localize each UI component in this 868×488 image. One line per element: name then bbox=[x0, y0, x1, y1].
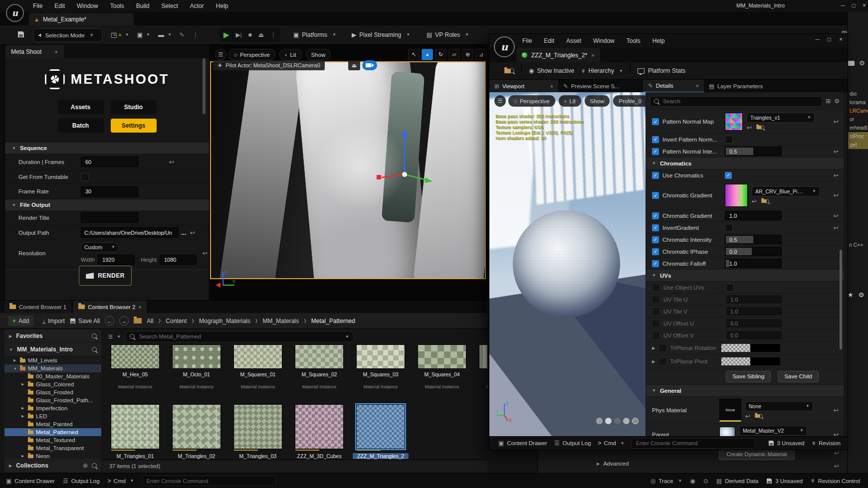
breadcrumb-metal_patterned[interactable]: Metal_Patterned bbox=[311, 318, 355, 325]
stop-button[interactable]: ■ bbox=[248, 31, 251, 38]
asset-select-dropdown[interactable]: None▼ bbox=[745, 401, 813, 411]
search-dropdown-icon[interactable]: ▼ bbox=[345, 334, 349, 339]
turntable-checkbox[interactable] bbox=[81, 173, 89, 181]
resolution-reset-icon[interactable]: ↩ bbox=[203, 250, 208, 257]
asset-thumbnail[interactable] bbox=[725, 184, 748, 207]
value-slider[interactable]: 1.0 bbox=[726, 307, 783, 316]
vector-value[interactable] bbox=[721, 357, 780, 365]
material-maximize-button[interactable]: □ bbox=[828, 36, 831, 43]
param-checkbox[interactable]: ✓ bbox=[652, 248, 659, 255]
viewport-pill-perspective[interactable]: ◇Perspective bbox=[228, 49, 275, 60]
param-checkbox[interactable] bbox=[652, 320, 660, 327]
param-checkbox[interactable]: ✓ bbox=[652, 192, 659, 199]
asset-search-input[interactable] bbox=[138, 333, 342, 340]
value-slider[interactable]: 1.0 bbox=[725, 259, 782, 268]
breadcrumb-mm_materals[interactable]: MM_Materals bbox=[262, 318, 299, 325]
play-button[interactable]: ▶ bbox=[223, 30, 229, 39]
preview-pill-profile-0[interactable]: Profile_0▼ bbox=[613, 95, 646, 107]
material-cmd-dropdown[interactable]: >Cmd▼ bbox=[598, 440, 625, 447]
output-path-reset-icon[interactable]: ↩ bbox=[190, 229, 195, 236]
save-level-button[interactable] bbox=[18, 31, 24, 37]
tree-item-glass-frosted-path-[interactable]: Glass_Frosted_Path... bbox=[4, 396, 101, 404]
plane-shape-icon[interactable] bbox=[614, 418, 621, 424]
tree-item-neon[interactable]: ▶Neon bbox=[4, 452, 101, 459]
asset-tile-m-squares-04[interactable]: M_Squares_04Material Instance bbox=[414, 344, 470, 389]
material-unsaved-button[interactable]: 3 Unsaved bbox=[768, 440, 805, 446]
param-reset-icon[interactable]: ↩ bbox=[834, 148, 839, 155]
menu-window[interactable]: Window bbox=[71, 2, 104, 9]
asset-thumbnail[interactable] bbox=[719, 427, 735, 436]
render-title-input[interactable] bbox=[81, 212, 138, 223]
minimize-button[interactable]: ─ bbox=[841, 2, 845, 9]
viewport-tab-close-icon[interactable]: × bbox=[550, 83, 553, 89]
menu-edit[interactable]: Edit bbox=[48, 2, 71, 9]
material-close-button[interactable]: × bbox=[839, 36, 843, 43]
maximize-button[interactable]: □ bbox=[852, 2, 856, 9]
revision-control-button[interactable]: ⋔Revision Control bbox=[811, 478, 860, 484]
output-path-browse-button[interactable]: ... bbox=[181, 229, 186, 236]
param-checkbox[interactable]: ✓ bbox=[652, 118, 659, 125]
use-selected-icon[interactable]: ↩ bbox=[745, 413, 750, 420]
value-checkbox[interactable] bbox=[725, 224, 733, 232]
tree-item-mm-levels[interactable]: ▶MM_Levels bbox=[4, 356, 101, 364]
asset-thumbnail[interactable] bbox=[725, 113, 743, 131]
asset-tile-zzz-m-triangles-2[interactable]: ZZZ_M_Triangles_2 bbox=[353, 404, 409, 459]
forward-icon[interactable]: → bbox=[119, 316, 129, 325]
platform-stats-button[interactable]: Platform Stats bbox=[638, 67, 685, 74]
level-viewport[interactable] bbox=[210, 45, 487, 300]
material-menu-file[interactable]: File bbox=[516, 37, 538, 44]
paint-mode-icon[interactable]: ✎ bbox=[180, 31, 185, 38]
visibility-icon[interactable]: ◉ bbox=[690, 478, 695, 485]
metashoot-nav-settings[interactable]: Settings bbox=[111, 119, 157, 133]
menu-help[interactable]: Help bbox=[210, 2, 234, 9]
material-preview-viewport[interactable]: ☰ ◇Perspective◐LitShowProfile_0▼ Base pa… bbox=[489, 92, 646, 436]
value-slider[interactable]: 0.0 bbox=[726, 330, 783, 340]
collections-header[interactable]: ▶ Collections ⊕ bbox=[4, 459, 101, 472]
asset-tile-m-triangles-01[interactable]: M_Triangles_01 bbox=[107, 404, 163, 459]
param-checkbox[interactable]: ✓ bbox=[652, 260, 659, 267]
param-checkbox[interactable] bbox=[658, 357, 666, 365]
param-checkbox[interactable]: ✓ bbox=[652, 212, 659, 219]
content-browser-2-tab[interactable]: Content Browser 2× bbox=[73, 301, 147, 313]
level-tab[interactable]: ▲ Metal_Example* bbox=[29, 13, 134, 25]
gear-icon[interactable]: ⚙ bbox=[859, 291, 865, 299]
tab-details[interactable]: ✎ Details × bbox=[643, 80, 704, 93]
material-menu-window[interactable]: Window bbox=[587, 37, 621, 44]
sequence-section-header[interactable]: ▼Sequence bbox=[5, 143, 209, 154]
star-icon[interactable]: ★ bbox=[848, 291, 854, 299]
details-view-icon[interactable]: ⊞ bbox=[826, 98, 831, 105]
material-menu-tools[interactable]: Tools bbox=[621, 37, 647, 44]
preview-pill-show[interactable]: Show bbox=[585, 95, 610, 107]
tree-item-metal-patterned[interactable]: Metal_Patterned bbox=[4, 428, 101, 436]
param-checkbox[interactable]: ✓ bbox=[652, 148, 659, 155]
derived-data-button[interactable]: ▤Derived Data bbox=[716, 478, 758, 485]
param-checkbox[interactable]: ✓ bbox=[652, 224, 659, 231]
framerate-input[interactable] bbox=[81, 186, 138, 197]
menu-actor[interactable]: Actor bbox=[184, 2, 210, 9]
viewport-pill-lit[interactable]: ◐Lit bbox=[279, 49, 302, 60]
asset-tile-m-hex-05[interactable]: M_Hex_05Material Instance bbox=[107, 344, 163, 389]
file-output-section-header[interactable]: ▼File Output bbox=[5, 199, 209, 210]
metashoot-tab-close-icon[interactable]: × bbox=[54, 49, 57, 55]
back-icon[interactable]: ← bbox=[105, 316, 114, 325]
add-collection-icon[interactable]: ⊕ bbox=[83, 462, 88, 469]
asset-tile-zzz-m-3d-cubes[interactable]: ZZZ_M_3D_Cubes bbox=[291, 404, 347, 459]
custom-shape-icon[interactable] bbox=[632, 418, 639, 424]
gear-icon-fragment[interactable]: ⚙ bbox=[859, 61, 865, 66]
project-root-header[interactable]: ▼ MM_Materials_Intro bbox=[4, 343, 101, 356]
metashoot-nav-studio[interactable]: Studio bbox=[111, 100, 157, 114]
menu-tools[interactable]: Tools bbox=[104, 2, 130, 9]
value-slider[interactable]: 1.0 bbox=[725, 211, 782, 220]
toolbar-more-icon[interactable]: ⋮ bbox=[193, 31, 199, 38]
viewport-pill-show[interactable]: Show bbox=[306, 49, 331, 60]
width-input[interactable] bbox=[98, 255, 135, 265]
asset-select-dropdown[interactable]: AR_CRV_Blue_Pink_Gree▼ bbox=[752, 186, 820, 196]
vp-roles-dropdown[interactable]: ▤ VP Roles▼ bbox=[427, 28, 469, 41]
asset-tile-m-stri[interactable]: M_StriMaterial Instance bbox=[475, 344, 487, 389]
show-inactive-toggle[interactable]: ◉ Show Inactive bbox=[529, 67, 574, 74]
advanced-expander[interactable]: ▶Advanced bbox=[597, 461, 629, 467]
height-input[interactable] bbox=[160, 255, 197, 265]
selection-mode-dropdown[interactable]: ➤ Selection Mode ▼ bbox=[33, 28, 102, 42]
param-checkbox[interactable]: ✓ bbox=[652, 236, 659, 243]
breadcrumb-content[interactable]: Content bbox=[166, 318, 187, 325]
